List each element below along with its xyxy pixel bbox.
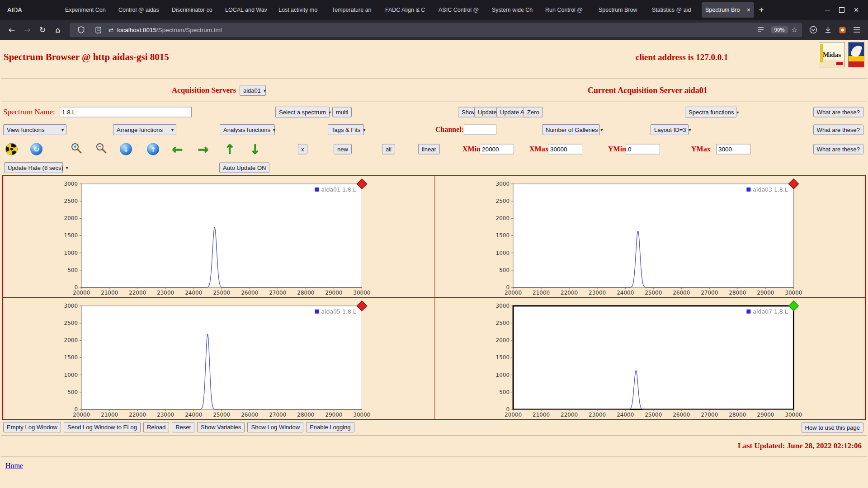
xmin-input[interactable] (480, 144, 514, 155)
menu-icon[interactable] (850, 23, 863, 37)
maximize-button[interactable] (835, 3, 849, 17)
home-icon[interactable]: ⌂ (51, 23, 65, 37)
browser-tab[interactable]: LOCAL and Wav (222, 2, 274, 18)
arrange-functions-dropdown[interactable]: Arrange functions (113, 124, 176, 135)
linear-button[interactable]: linear (418, 144, 440, 155)
pan-up-icon[interactable]: ↑ (224, 143, 235, 156)
acquisition-server-select[interactable]: aida01 (240, 85, 266, 96)
zoom-level-badge[interactable]: 90% (771, 26, 788, 33)
svg-text:26000: 26000 (673, 412, 690, 418)
spectrum-name-input[interactable] (60, 107, 192, 117)
channel-input[interactable] (464, 125, 496, 135)
refresh-icon[interactable]: ↻ (30, 143, 42, 155)
browser-tab[interactable]: Lost activity mo (275, 2, 327, 18)
browser-tab[interactable]: System wide Ch (488, 2, 541, 18)
log-button[interactable]: Reload (143, 422, 169, 432)
spectrum-chart[interactable]: 0500100015002000250030002000021000220002… (3, 176, 434, 298)
spectrum-chart[interactable]: 0500100015002000250030002000021000220002… (3, 298, 434, 420)
tab-title: Spectrum Brow (599, 7, 644, 13)
ymax-input[interactable] (716, 144, 750, 155)
select-spectrum-dropdown[interactable]: Select a spectrum (275, 107, 330, 117)
svg-text:aida01 1.8.L: aida01 1.8.L (321, 186, 356, 193)
zero-button[interactable]: Zero (524, 107, 543, 117)
tags-fits-dropdown[interactable]: Tags & Fits (328, 124, 364, 135)
ymin-input[interactable] (626, 144, 660, 155)
shield-icon[interactable] (74, 23, 88, 37)
close-button[interactable] (849, 3, 863, 17)
https-swap-icon[interactable]: ⇄ (108, 27, 113, 33)
browser-tab[interactable]: Experiment Con (61, 2, 114, 18)
svg-text:1500: 1500 (64, 355, 78, 361)
layout-id-dropdown[interactable]: Layout ID=3 (651, 124, 689, 135)
divider (1, 79, 867, 79)
log-button[interactable]: Send Log Window to ELog (64, 422, 141, 432)
svg-text:2500: 2500 (495, 320, 509, 326)
spectrum-chart[interactable]: 0500100015002000250030002000021000220002… (434, 298, 866, 420)
browser-tab[interactable]: Temperature an (328, 2, 381, 18)
all-button[interactable]: all (382, 144, 395, 155)
new-button[interactable]: new (334, 144, 352, 155)
divider (1, 456, 867, 456)
home-link[interactable]: Home (5, 462, 23, 470)
last-updated-text: Last Updated: June 28, 2022 02:12:06 (738, 441, 862, 450)
log-button[interactable]: Reset (172, 422, 194, 432)
url-text[interactable]: localhost:8015/Spectrum/Spectrum.tml (117, 27, 750, 33)
radioactive-icon[interactable] (5, 143, 18, 155)
tab-title: ASIC Control @ (439, 7, 484, 13)
browser-tab[interactable]: FADC Align & C (382, 2, 434, 18)
log-button[interactable]: Show Variables (197, 422, 245, 432)
new-tab-button[interactable]: + (755, 3, 768, 17)
extension-icon[interactable] (835, 23, 849, 37)
analysis-functions-dropdown[interactable]: Analysis functions (220, 124, 275, 135)
page-info-icon[interactable] (91, 23, 105, 37)
compress-y-icon[interactable]: ↑ (147, 143, 159, 155)
bookmark-star-icon[interactable]: ☆ (792, 26, 797, 34)
pocket-icon[interactable] (807, 23, 820, 37)
expand-y-icon[interactable]: ↓ (120, 143, 132, 155)
browser-tab[interactable]: Discriminator co (168, 2, 221, 18)
svg-text:23000: 23000 (589, 290, 606, 296)
spectrum-chart[interactable]: 0500100015002000250030002000021000220002… (434, 176, 866, 298)
svg-text:28000: 28000 (729, 290, 746, 296)
how-to-use-button[interactable]: How to use this page (802, 422, 863, 432)
what-are-these-button[interactable]: What are these? (813, 107, 863, 117)
pan-down-icon[interactable]: ↓ (250, 143, 260, 156)
svg-text:2500: 2500 (64, 320, 78, 326)
reader-mode-icon[interactable] (754, 23, 768, 37)
browser-tab[interactable]: Spectrum Brow (595, 2, 647, 18)
minimize-button[interactable] (820, 3, 835, 17)
back-icon[interactable]: ← (5, 23, 19, 37)
view-functions-dropdown[interactable]: View functions (3, 124, 66, 135)
browser-tab[interactable]: Control @ aidas (115, 2, 167, 18)
auto-update-button[interactable]: Auto Update ON (219, 163, 269, 173)
spectra-functions-dropdown[interactable]: Spectra functions (685, 107, 736, 117)
forward-icon[interactable]: → (20, 23, 34, 37)
what-are-these-button[interactable]: What are these? (813, 125, 863, 135)
address-bar[interactable]: ⇄ localhost:8015/Spectrum/Spectrum.tml 9… (70, 23, 802, 37)
download-icon[interactable] (821, 23, 835, 37)
browser-tab[interactable]: ASIC Control @ (435, 2, 487, 18)
xmax-label: XMax (529, 145, 549, 153)
x-button[interactable]: x (298, 144, 307, 155)
pan-left-icon[interactable]: ← (172, 143, 183, 156)
pan-right-icon[interactable]: → (198, 143, 208, 156)
what-are-these-button[interactable]: What are these? (813, 144, 863, 155)
svg-text:2000: 2000 (64, 215, 78, 221)
log-button[interactable]: Enable Logging (306, 422, 354, 432)
tab-close-icon[interactable]: × (747, 6, 750, 14)
browser-tab[interactable]: Spectrum Bro× (702, 2, 754, 18)
xmax-input[interactable] (548, 144, 582, 155)
number-of-galleries-dropdown[interactable]: Number of Galleries (542, 124, 600, 135)
tab-title: Control @ aidas (118, 7, 164, 13)
reload-icon[interactable]: ↻ (35, 23, 50, 37)
view-functions-value: View functions (7, 127, 45, 133)
log-button[interactable]: Empty Log Window (3, 422, 61, 432)
browser-tab[interactable]: Run Control @ (542, 2, 594, 18)
log-button[interactable]: Show Log Window (247, 422, 303, 432)
multi-button[interactable]: multi (332, 107, 352, 117)
browser-tab[interactable]: Statistics @ aid (648, 2, 701, 18)
svg-text:24000: 24000 (185, 290, 202, 296)
zoom-out-icon[interactable] (95, 142, 107, 156)
zoom-in-icon[interactable] (71, 142, 82, 156)
update-rate-dropdown[interactable]: Update Rate (8 secs) (4, 162, 63, 173)
